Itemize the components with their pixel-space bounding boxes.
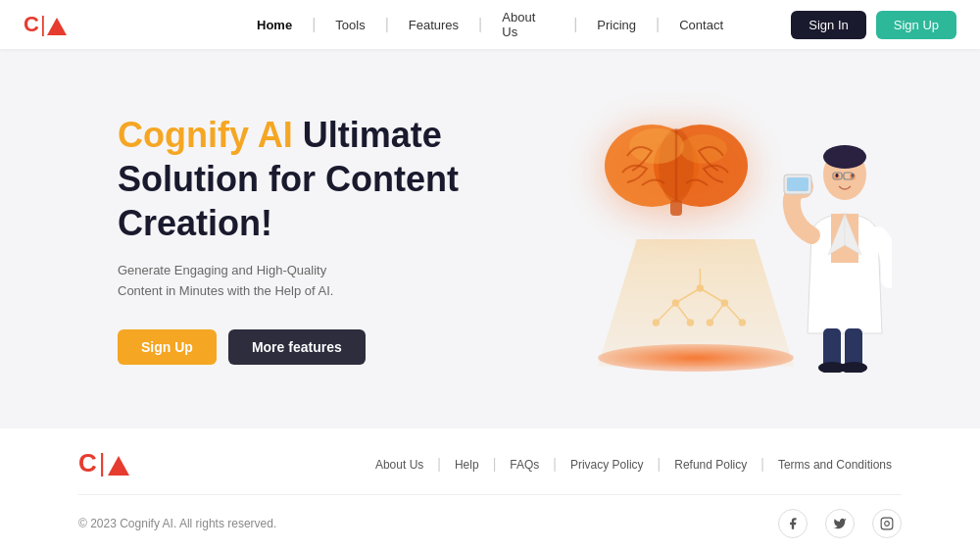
nav-sep-4: | [573, 16, 577, 33]
footer-logo-c: C [78, 448, 97, 478]
svg-rect-20 [670, 200, 682, 216]
footer-sep-1: | [437, 456, 441, 472]
nav-link-features[interactable]: Features [397, 14, 470, 36]
nav-item-features[interactable]: Features [397, 14, 470, 36]
footer: C | About Us | Help | FAQs | Privacy Pol… [0, 428, 980, 552]
nav-item-about[interactable]: About Us [490, 6, 565, 43]
nav-sep-1: | [312, 16, 316, 33]
brand-name: Cognify AI [118, 115, 293, 155]
footer-link-faqs[interactable]: FAQs [500, 455, 549, 473]
nav-link-contact[interactable]: Contact [667, 14, 735, 36]
logo-triangle-icon [47, 18, 67, 35]
logo-pipe: | [40, 12, 46, 37]
instagram-icon[interactable] [872, 509, 902, 538]
footer-top: C | About Us | Help | FAQs | Privacy Pol… [78, 428, 902, 495]
nav-links: Home | Tools | Features | About Us | Pri… [245, 6, 735, 43]
copyright-text: © 2023 Cognify AI. All rights reserved. [78, 517, 276, 530]
footer-logo-pipe: | [99, 448, 106, 478]
svg-point-30 [840, 362, 867, 373]
brain-illustration [598, 102, 755, 233]
footer-link-terms[interactable]: Terms and Conditions [768, 455, 902, 473]
nav-actions: Sign In Sign Up [791, 11, 956, 39]
svg-rect-26 [787, 177, 808, 191]
svg-point-11 [687, 320, 693, 326]
nav-sep-2: | [385, 16, 389, 33]
footer-link-privacy[interactable]: Privacy Policy [561, 455, 654, 473]
svg-point-10 [653, 320, 659, 326]
svg-point-7 [697, 285, 703, 291]
svg-line-2 [700, 288, 724, 303]
nav-link-tools[interactable]: Tools [323, 14, 376, 36]
person-svg [774, 137, 892, 373]
signin-button[interactable]: Sign In [791, 11, 865, 39]
hero-subtitle: Generate Engaging and High-Quality Conte… [118, 261, 372, 302]
svg-point-8 [672, 300, 678, 306]
hologram-oval [598, 344, 794, 372]
footer-link-about[interactable]: About Us [366, 455, 433, 473]
navbar: C | Home | Tools | Features | About Us |… [0, 0, 980, 49]
svg-point-13 [739, 320, 745, 326]
svg-line-6 [724, 303, 742, 323]
more-features-button[interactable]: More features [228, 329, 366, 365]
circuit-svg [636, 269, 763, 347]
social-icons [778, 509, 902, 538]
nav-link-about[interactable]: About Us [490, 6, 565, 43]
svg-point-22 [823, 145, 866, 169]
hero-section: Cognify AI Ultimate Solution for Content… [0, 49, 980, 428]
svg-rect-39 [881, 518, 893, 529]
logo-c-letter: C [24, 12, 39, 37]
svg-line-3 [656, 303, 675, 323]
nav-item-tools[interactable]: Tools [323, 14, 376, 36]
footer-logo-triangle-icon [108, 456, 129, 476]
twitter-icon[interactable] [825, 509, 855, 538]
svg-point-9 [721, 300, 727, 306]
svg-point-12 [707, 320, 712, 326]
logo: C | [24, 12, 67, 37]
footer-sep-3: | [553, 456, 557, 472]
footer-link-refund[interactable]: Refund Policy [664, 455, 757, 473]
nav-sep-5: | [656, 16, 660, 33]
footer-sep-4: | [658, 456, 662, 472]
signup-button-nav[interactable]: Sign Up [876, 11, 956, 39]
footer-bottom: © 2023 Cognify AI. All rights reserved. [78, 495, 902, 552]
hero-buttons: Sign Up More features [118, 329, 490, 365]
footer-link-help[interactable]: Help [445, 455, 489, 473]
footer-logo: C | [78, 448, 129, 478]
hero-title: Cognify AI Ultimate Solution for Content… [118, 113, 490, 245]
svg-point-33 [836, 174, 839, 177]
footer-sep-2: | [493, 456, 497, 472]
footer-links: About Us | Help | FAQs | Privacy Policy … [366, 455, 902, 473]
nav-sep-3: | [478, 16, 482, 33]
svg-line-1 [675, 288, 700, 303]
facebook-icon[interactable] [778, 509, 808, 538]
footer-sep-5: | [760, 456, 764, 472]
nav-link-pricing[interactable]: Pricing [585, 14, 648, 36]
hero-text: Cognify AI Ultimate Solution for Content… [118, 113, 490, 365]
nav-item-home[interactable]: Home [245, 14, 304, 36]
nav-link-home[interactable]: Home [245, 14, 304, 36]
nav-item-pricing[interactable]: Pricing [585, 14, 648, 36]
signup-button-hero[interactable]: Sign Up [118, 329, 217, 365]
hero-illustration [529, 82, 902, 396]
brain-svg [598, 102, 755, 229]
person-illustration [774, 137, 892, 376]
nav-item-contact[interactable]: Contact [667, 14, 735, 36]
